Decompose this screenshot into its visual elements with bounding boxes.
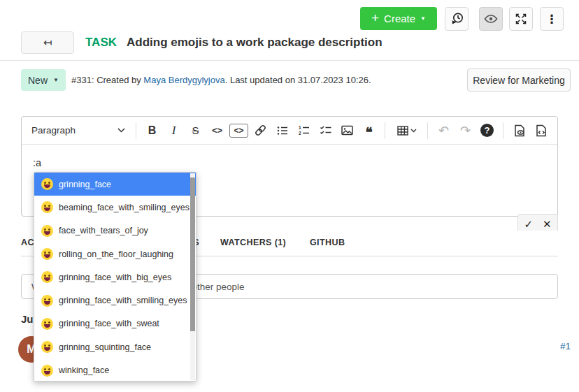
emoji-suggestion-label: grinning_face (59, 180, 111, 189)
tab[interactable]: WATCHERS (1) (220, 238, 286, 247)
emoji-suggestion-item[interactable]: rolling_on_the_floor_laughing (34, 242, 196, 266)
emoji-suggestion-item[interactable]: grinning_face_with_smiling_eyes (34, 289, 196, 312)
emoji-suggestion-label: face_with_tears_of_joy (59, 226, 148, 235)
status-dropdown[interactable]: New ▼ (21, 69, 66, 91)
preview-button[interactable] (508, 120, 530, 141)
chevron-down-icon (410, 129, 417, 133)
emoji-suggestion-label: winking_face (59, 365, 109, 375)
emoji-icon (41, 318, 53, 330)
todo-list-icon (320, 124, 332, 137)
toolbar-separator (136, 122, 136, 139)
create-button-label: Create (384, 13, 415, 24)
toolbar-separator (427, 122, 428, 139)
emoji-icon (41, 178, 53, 190)
help-icon: ? (480, 124, 494, 137)
source-code-document-icon (534, 124, 548, 138)
work-package-type: TASK (85, 36, 117, 50)
redo-button[interactable]: ↷ (455, 120, 476, 141)
link-button[interactable] (250, 120, 271, 141)
activity-number-link[interactable]: #1 (560, 341, 571, 351)
bulleted-list-button[interactable] (271, 120, 293, 141)
back-button[interactable]: ↤ (21, 31, 74, 54)
emoji-suggestion-item[interactable]: beaming_face_with_smiling_eyes (34, 196, 196, 219)
block-quote-button[interactable]: ❝ (358, 120, 380, 141)
meta-prefix: #331: Created by (71, 75, 143, 85)
tab-label: GITHUB (310, 238, 345, 247)
editor-content[interactable]: :a (22, 145, 557, 168)
history-clock-icon (449, 11, 464, 27)
insert-table-button[interactable] (390, 120, 422, 141)
fullscreen-arrows-icon (514, 12, 528, 26)
svg-text:1: 1 (299, 125, 301, 130)
baseline-history-button[interactable] (445, 7, 469, 31)
page-title: Adding emojis to a work package descript… (127, 36, 383, 50)
emoji-suggestion-item[interactable]: grinning_face (34, 173, 196, 196)
emoji-icon (41, 365, 53, 377)
svg-text:2: 2 (299, 131, 301, 136)
code-block-icon: <> (229, 124, 248, 138)
bold-button[interactable]: B (141, 120, 163, 141)
emoji-suggestion-label: grinning_face_with_big_eyes (59, 273, 171, 282)
cancel-x-icon[interactable]: ✕ (543, 218, 552, 231)
emoji-suggestion-item[interactable]: grinning_squinting_face (34, 335, 196, 358)
meta-suffix: . Last updated on 31.07.2023 10:26. (225, 75, 371, 85)
emoji-icon (41, 295, 53, 307)
emoji-icon (41, 341, 53, 353)
emoji-icon (41, 225, 53, 237)
emoji-icon (41, 201, 53, 213)
chevron-down-icon (117, 128, 125, 133)
fullscreen-button[interactable] (509, 7, 533, 31)
review-for-marketing-button[interactable]: Review for Marketing (467, 68, 571, 92)
italic-button[interactable]: I (163, 120, 185, 141)
emoji-suggestion-item[interactable]: face_with_tears_of_joy (34, 219, 196, 242)
chevron-down-icon: ▼ (53, 78, 59, 83)
todo-list-button[interactable] (315, 120, 336, 141)
emoji-suggestion-item[interactable]: grinning_face_with_sweat (34, 312, 196, 335)
editor-help-button[interactable]: ? (476, 120, 498, 141)
save-check-icon[interactable]: ✓ (524, 218, 533, 231)
work-package-meta: #331: Created by Maya Berdygylyjova. Las… (71, 75, 371, 85)
tab-label: WATCHERS (1) (220, 238, 286, 247)
strikethrough-button[interactable]: S (185, 120, 206, 141)
toolbar-separator (503, 122, 503, 139)
markdown-source-button[interactable] (530, 120, 552, 141)
paragraph-style-value: Paragraph (31, 125, 76, 136)
tab[interactable]: GITHUB (310, 238, 345, 247)
more-menu-button[interactable]: ⋮ (540, 7, 564, 31)
inline-code-button[interactable]: <> (206, 120, 228, 141)
emoji-autocomplete-dropdown: grinning_face beaming_face_with_smiling_… (34, 172, 196, 382)
watch-button[interactable] (479, 7, 503, 31)
back-arrow-icon: ↤ (43, 36, 52, 49)
image-icon (341, 124, 354, 137)
emoji-suggestion-label: grinning_face_with_smiling_eyes (59, 296, 187, 305)
kebab-icon: ⋮ (546, 12, 558, 26)
link-icon (254, 124, 267, 137)
undo-button[interactable]: ↶ (433, 120, 455, 141)
numbered-list-icon: 1 2 (298, 124, 310, 137)
emoji-suggestion-item[interactable]: winking_face (34, 358, 196, 382)
code-block-button[interactable]: <> (228, 120, 250, 141)
eye-icon (483, 11, 499, 27)
emoji-suggestion-label: grinning_squinting_face (59, 342, 151, 352)
emoji-icon (41, 271, 53, 283)
work-package-page: + Create ▼ (0, 0, 579, 392)
chevron-down-icon: ▼ (420, 16, 426, 22)
insert-image-button[interactable] (336, 120, 358, 141)
editor-toolbar: Paragraph B I S <> <> (22, 117, 557, 145)
author-link[interactable]: Maya Berdygylyjova (143, 75, 224, 85)
paragraph-style-select[interactable]: Paragraph (27, 120, 131, 141)
preview-document-icon (513, 124, 527, 138)
header-divider (0, 60, 579, 61)
bulleted-list-icon (276, 124, 289, 137)
create-button[interactable]: + Create ▼ (360, 7, 437, 30)
emoji-icon (41, 248, 53, 260)
emoji-suggestion-label: beaming_face_with_smiling_eyes (59, 203, 190, 212)
table-icon (396, 124, 409, 137)
emoji-suggestion-item[interactable]: grinning_face_with_big_eyes (34, 266, 196, 289)
toolbar-separator (385, 122, 385, 139)
numbered-list-button[interactable]: 1 2 (293, 120, 315, 141)
dropdown-scrollbar-thumb[interactable] (190, 177, 195, 331)
plus-icon: + (371, 11, 379, 24)
status-label: New (28, 75, 48, 86)
emoji-suggestion-label: rolling_on_the_floor_laughing (59, 249, 173, 259)
